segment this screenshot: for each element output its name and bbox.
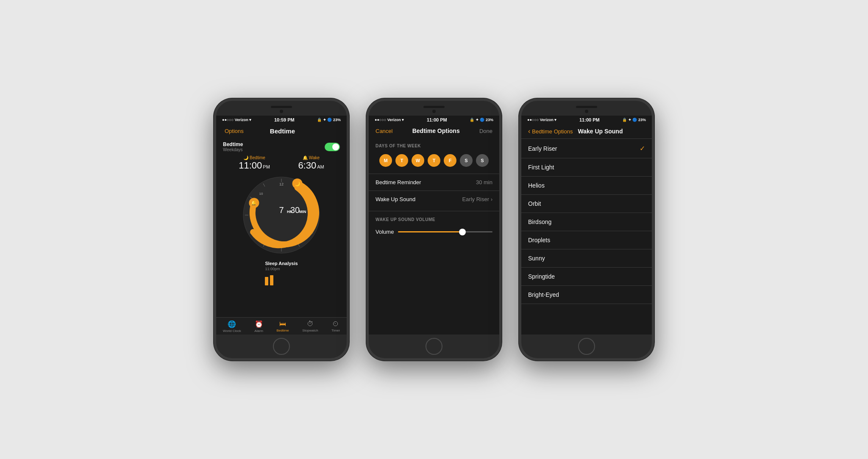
carrier-1: ●●○○○ Verizon ▾ xyxy=(222,118,251,122)
cancel-button[interactable]: Cancel xyxy=(376,128,392,134)
carrier-2: ●●○○○ Verizon ▾ xyxy=(375,118,404,122)
bedtime-reminder-row[interactable]: Bedtime Reminder 30 min xyxy=(369,174,499,191)
svg-text:10: 10 xyxy=(259,192,263,196)
day-T2[interactable]: T xyxy=(428,154,440,167)
volume-row: Volume xyxy=(369,224,499,239)
day-T1[interactable]: T xyxy=(395,154,408,167)
status-bar-1: ●●○○○ Verizon ▾ 10:59 PM 🔒 ✦ 🔵 23% xyxy=(216,116,347,124)
svg-text:MIN: MIN xyxy=(299,210,306,214)
nav-bar-1: Options Bedtime xyxy=(216,124,347,138)
back-chevron-icon: ‹ xyxy=(528,127,530,135)
sound-name-early-riser: Early Riser xyxy=(528,145,557,152)
days-section-header: DAYS OF THE WEEK xyxy=(369,138,499,151)
sound-name-sunny: Sunny xyxy=(528,255,545,262)
phone-2: ●●○○○ Verizon ▾ 11:00 PM 🔒 ✦ 🔵 23% Cance… xyxy=(366,98,502,361)
speaker-1 xyxy=(271,106,292,108)
wake-sound-row[interactable]: Wake Up Sound Early Riser › xyxy=(369,191,499,207)
phone-3: ●●○○○ Verizon ▾ 11:00 PM 🔒 ✦ 🔵 23% ‹ Bed… xyxy=(519,98,654,361)
wake-time-label: 🔔 Wake 6:30 AM xyxy=(298,155,324,171)
sound-birdsong[interactable]: Birdsong xyxy=(521,213,652,231)
day-F[interactable]: F xyxy=(444,154,456,167)
sleep-analysis: Sleep Analysis 11:00pm xyxy=(258,257,304,287)
wake-sound-value: Early Riser › xyxy=(462,196,492,202)
nav-bar-2: Cancel Bedtime Options Done xyxy=(369,124,499,138)
carrier-3: ●●○○○ Verizon ▾ xyxy=(527,118,556,122)
screen-2: ●●○○○ Verizon ▾ 11:00 PM 🔒 ✦ 🔵 23% Cance… xyxy=(369,116,499,335)
bedtime-content: Bedtime Weekdays 🌙 Bedtime 11:00 PM xyxy=(216,138,347,317)
sleep-analysis-title: Sleep Analysis xyxy=(265,261,298,266)
alarm-label: Alarm xyxy=(254,329,263,333)
status-icons-3: 🔒 ✦ 🔵 23% xyxy=(622,118,646,122)
screen-3: ●●○○○ Verizon ▾ 11:00 PM 🔒 ✦ 🔵 23% ‹ Bed… xyxy=(521,116,652,335)
speaker-3 xyxy=(576,106,597,108)
timer-label: Timer xyxy=(331,329,340,332)
svg-text:12: 12 xyxy=(279,182,284,186)
sound-sunny[interactable]: Sunny xyxy=(521,249,652,268)
timer-icon: ⏲ xyxy=(332,320,339,328)
tab-stopwatch[interactable]: ⏱ Stopwatch xyxy=(302,320,318,333)
options-button[interactable]: Options xyxy=(225,128,244,134)
svg-text:7: 7 xyxy=(279,205,284,215)
sound-name-helios: Helios xyxy=(528,182,545,189)
home-button-1[interactable] xyxy=(273,338,290,355)
sound-droplets[interactable]: Droplets xyxy=(521,231,652,249)
screen-title-3: Wake Up Sound xyxy=(578,128,623,135)
screen-title-2: Bedtime Options xyxy=(412,127,460,134)
sound-helios[interactable]: Helios xyxy=(521,177,652,195)
time-3: 11:00 PM xyxy=(579,117,600,122)
sound-name-bright-eyed: Bright-Eyed xyxy=(528,291,559,298)
sleep-bar-1 xyxy=(265,277,268,285)
sound-name-birdsong: Birdsong xyxy=(528,218,551,225)
status-icons-2: 🔒 ✦ 🔵 23% xyxy=(470,118,493,122)
bedtime-toggle-row: Bedtime Weekdays xyxy=(216,138,347,154)
clock-face[interactable]: 12 3 6 9 2 4 8 10 1 5 7 11 xyxy=(239,173,324,257)
volume-label: Volume xyxy=(376,229,394,235)
day-S1[interactable]: S xyxy=(460,154,473,167)
volume-slider[interactable] xyxy=(398,231,492,232)
camera-3 xyxy=(585,110,588,113)
reminder-value: 30 min xyxy=(476,179,492,185)
bedtime-tab-label: Bedtime xyxy=(276,329,289,332)
bedtime-sub: Weekdays xyxy=(223,147,243,152)
time-labels: 🌙 Bedtime 11:00 PM 🔔 Wake 6:30 AM xyxy=(216,155,347,171)
volume-thumb xyxy=(459,229,466,235)
sleep-bar-2 xyxy=(270,275,273,285)
world-clock-icon: 🌐 xyxy=(228,320,236,328)
home-button-3[interactable] xyxy=(578,338,595,355)
sound-name-first-light: First Light xyxy=(528,164,554,171)
day-S2[interactable]: S xyxy=(476,154,489,167)
sound-springtide[interactable]: Springtide xyxy=(521,268,652,286)
world-clock-label: World Clock xyxy=(223,329,241,333)
bedtime-label-group: Bedtime Weekdays xyxy=(223,141,243,152)
svg-text:🌙: 🌙 xyxy=(295,181,300,187)
bedtime-time-label: 🌙 Bedtime 11:00 PM xyxy=(239,155,270,171)
days-row: M T W T F S S xyxy=(369,151,499,174)
time-2: 11:00 PM xyxy=(427,117,447,122)
tab-alarm[interactable]: ⏰ Alarm xyxy=(254,320,263,333)
back-button[interactable]: Bedtime Options xyxy=(532,128,573,135)
tab-timer[interactable]: ⏲ Timer xyxy=(331,320,340,333)
camera-2 xyxy=(432,110,436,113)
sound-early-riser[interactable]: Early Riser ✓ xyxy=(521,138,652,158)
tab-world-clock[interactable]: 🌐 World Clock xyxy=(223,320,241,333)
home-button-2[interactable] xyxy=(426,338,442,355)
phone-1: ●●○○○ Verizon ▾ 10:59 PM 🔒 ✦ 🔵 23% Optio… xyxy=(214,98,349,361)
sound-first-light[interactable]: First Light xyxy=(521,158,652,177)
tab-bar-1: 🌐 World Clock ⏰ Alarm 🛏 Bedtime ⏱ Stopwa… xyxy=(216,317,347,335)
svg-text:🔔: 🔔 xyxy=(251,200,257,206)
status-bar-3: ●●○○○ Verizon ▾ 11:00 PM 🔒 ✦ 🔵 23% xyxy=(521,116,652,124)
camera-1 xyxy=(280,110,283,113)
bedtime-label: Bedtime xyxy=(223,141,243,147)
time-1: 10:59 PM xyxy=(274,117,295,122)
sound-orbit[interactable]: Orbit xyxy=(521,195,652,213)
svg-text:30: 30 xyxy=(290,205,300,215)
done-button[interactable]: Done xyxy=(479,128,492,134)
day-M[interactable]: M xyxy=(379,154,392,167)
sound-name-springtide: Springtide xyxy=(528,273,555,280)
sleep-analysis-time: 11:00pm xyxy=(265,267,298,271)
tab-bedtime[interactable]: 🛏 Bedtime xyxy=(276,320,289,333)
stopwatch-icon: ⏱ xyxy=(307,320,314,328)
sound-bright-eyed[interactable]: Bright-Eyed xyxy=(521,286,652,304)
bedtime-toggle[interactable] xyxy=(325,143,340,151)
day-W[interactable]: W xyxy=(412,154,424,167)
